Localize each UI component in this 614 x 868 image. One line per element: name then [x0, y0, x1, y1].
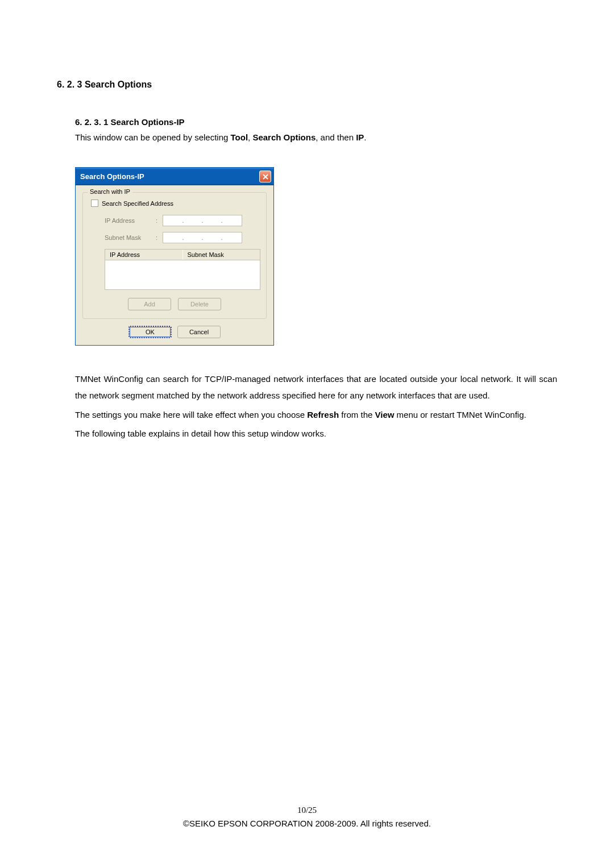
title-bar: Search Options-IP	[76, 168, 273, 185]
close-icon[interactable]	[259, 171, 271, 182]
subsection-title: Search Options-IP	[111, 117, 185, 127]
groupbox-title: Search with IP	[88, 188, 132, 195]
dialog-window: Search Options-IP Search with IP Search …	[75, 167, 274, 346]
section-heading: 6. 2. 3 Search Options	[57, 80, 557, 90]
dialog-title: Search Options-IP	[80, 172, 144, 181]
subsection-heading: 6. 2. 3. 1 Search Options-IP	[75, 117, 557, 127]
section-title: Search Options	[85, 80, 152, 89]
dialog-screenshot: Search Options-IP Search with IP Search …	[75, 167, 557, 346]
subsection-number: 6. 2. 3. 1	[75, 117, 108, 127]
subnet-mask-row: Subnet Mask : ...	[105, 232, 260, 243]
subnet-mask-label: Subnet Mask	[105, 234, 156, 241]
checkbox-label: Search Specified Address	[102, 200, 173, 207]
search-with-ip-groupbox: Search with IP Search Specified Address …	[82, 192, 267, 319]
search-specified-checkbox-row[interactable]: Search Specified Address	[91, 200, 260, 207]
paragraph-2: The settings you make here will take eff…	[75, 406, 557, 423]
subnet-mask-input[interactable]: ...	[163, 232, 242, 243]
checkbox-icon[interactable]	[91, 200, 98, 207]
paragraph-3: The following table explains in detail h…	[75, 425, 557, 442]
intro-text: This window can be opened by selecting T…	[75, 132, 557, 142]
delete-button[interactable]: Delete	[178, 298, 221, 310]
ok-button[interactable]: OK	[128, 326, 172, 338]
table-header-ip: IP Address	[105, 250, 183, 260]
table-header-subnet: Subnet Mask	[183, 250, 260, 260]
ip-address-input[interactable]: ...	[163, 215, 242, 226]
ip-address-row: IP Address : ...	[105, 215, 260, 226]
cancel-button[interactable]: Cancel	[177, 326, 221, 338]
ip-address-label: IP Address	[105, 217, 156, 224]
add-button[interactable]: Add	[128, 298, 171, 310]
section-number: 6. 2. 3	[57, 80, 82, 89]
address-table: IP Address Subnet Mask	[105, 249, 260, 290]
paragraph-1: TMNet WinConfig can search for TCP/IP-ma…	[75, 371, 557, 404]
page-number: 10/25	[0, 805, 614, 815]
copyright-line: ©SEIKO EPSON CORPORATION 2008-2009. All …	[0, 819, 614, 828]
page-footer: 10/25 ©SEIKO EPSON CORPORATION 2008-2009…	[0, 805, 614, 828]
